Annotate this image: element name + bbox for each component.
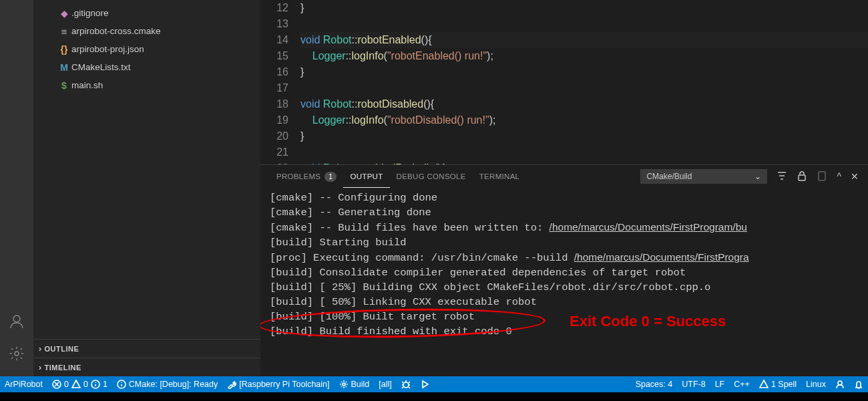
line-number: 21 bbox=[260, 144, 288, 160]
code-line: Logger::logInfo("robotEnabled() run!"); bbox=[300, 48, 868, 64]
settings-gear-icon[interactable] bbox=[9, 346, 25, 362]
file-name: arpirobot-cross.cmake bbox=[71, 26, 161, 36]
bottom-panel: PROBLEMS1 OUTPUT DEBUG CONSOLE TERMINAL … bbox=[260, 164, 868, 376]
file-name: .gitignore bbox=[71, 8, 109, 18]
file-item[interactable]: $main.sh bbox=[33, 76, 260, 94]
line-number: 15 bbox=[260, 48, 288, 64]
sb-feedback[interactable] bbox=[831, 376, 849, 392]
sb-build[interactable]: Build bbox=[335, 376, 375, 392]
file-item[interactable]: MCMakeLists.txt bbox=[33, 58, 260, 76]
gear-icon bbox=[339, 380, 349, 389]
file-name: main.sh bbox=[71, 80, 103, 90]
error-icon bbox=[52, 380, 61, 389]
file-item[interactable]: {}arpirobot-proj.json bbox=[33, 40, 260, 58]
info-icon bbox=[91, 380, 100, 389]
file-name: CMakeLists.txt bbox=[71, 62, 131, 72]
account-icon[interactable] bbox=[9, 313, 25, 329]
line-number: 16 bbox=[260, 64, 288, 80]
close-panel-icon[interactable]: ✕ bbox=[851, 171, 859, 182]
file-name: arpirobot-proj.json bbox=[71, 44, 144, 54]
filter-icon[interactable] bbox=[777, 170, 787, 183]
file-item[interactable]: ≡arpirobot-cross.cmake bbox=[33, 22, 260, 40]
code-line: void Robot::enabledPeriodic(){ bbox=[300, 160, 868, 164]
output-channel-dropdown[interactable]: CMake/Build bbox=[640, 169, 767, 184]
svg-point-7 bbox=[343, 383, 345, 386]
section-header[interactable]: ›TIMELINE bbox=[33, 358, 260, 376]
maximize-panel-icon[interactable]: ^ bbox=[837, 171, 841, 182]
warning-icon bbox=[759, 380, 769, 389]
code-line bbox=[300, 80, 868, 96]
sb-spell[interactable]: 1 Spell bbox=[754, 376, 801, 392]
sb-debug[interactable] bbox=[397, 376, 415, 392]
line-number: 12 bbox=[260, 0, 288, 16]
bug-icon bbox=[401, 380, 411, 389]
svg-point-0 bbox=[13, 315, 20, 322]
sb-diagnostics[interactable]: 0 0 1 bbox=[47, 376, 112, 392]
sb-cmake-status[interactable]: CMake: [Debug]: Ready bbox=[112, 376, 222, 392]
svg-rect-3 bbox=[819, 172, 825, 180]
line-number: 18 bbox=[260, 96, 288, 112]
line-number: 14 bbox=[260, 32, 288, 48]
sb-toolchain[interactable]: [Raspberry Pi Toolchain] bbox=[222, 376, 334, 392]
line-number: 17 bbox=[260, 80, 288, 96]
tab-terminal[interactable]: TERMINAL bbox=[473, 165, 527, 188]
line-number: 13 bbox=[260, 16, 288, 32]
code-line: } bbox=[300, 0, 868, 16]
lock-icon[interactable] bbox=[797, 170, 807, 183]
tab-output[interactable]: OUTPUT bbox=[343, 165, 389, 188]
annotation-text: Exit Code 0 = Success bbox=[570, 314, 726, 329]
file-list: ◆.gitignore≡arpirobot-cross.cmake{}arpir… bbox=[33, 0, 260, 339]
code-line bbox=[300, 144, 868, 160]
code-line: } bbox=[300, 64, 868, 80]
file-item[interactable]: ◆.gitignore bbox=[33, 4, 260, 22]
svg-point-8 bbox=[403, 382, 409, 388]
code-line: void Robot::robotDisabled(){ bbox=[300, 96, 868, 112]
problems-count-badge: 1 bbox=[324, 172, 337, 182]
code-line bbox=[300, 16, 868, 32]
play-icon bbox=[420, 380, 429, 389]
code-editor[interactable]: 1213141516171819202122 }void Robot::robo… bbox=[260, 0, 868, 164]
sb-arpirobot[interactable]: ArPiRobot bbox=[0, 376, 47, 392]
warning-icon bbox=[71, 380, 81, 389]
wrench-icon bbox=[227, 380, 236, 389]
tab-debug-console[interactable]: DEBUG CONSOLE bbox=[390, 165, 473, 188]
sb-eol[interactable]: LF bbox=[710, 376, 730, 392]
section-header[interactable]: ›OUTLINE bbox=[33, 339, 260, 358]
svg-rect-2 bbox=[799, 175, 805, 180]
explorer-sidebar: ◆.gitignore≡arpirobot-cross.cmake{}arpir… bbox=[33, 0, 260, 376]
sb-notifications[interactable] bbox=[849, 376, 868, 392]
line-number: 20 bbox=[260, 128, 288, 144]
code-line: } bbox=[300, 128, 868, 144]
tab-problems[interactable]: PROBLEMS1 bbox=[270, 165, 343, 188]
sb-encoding[interactable]: UTF-8 bbox=[677, 376, 710, 392]
sb-run[interactable] bbox=[415, 376, 434, 392]
code-line: Logger::logInfo("robotDisabled() run!"); bbox=[300, 112, 868, 128]
svg-point-1 bbox=[15, 352, 19, 356]
line-number: 19 bbox=[260, 112, 288, 128]
sb-language[interactable]: C++ bbox=[729, 376, 754, 392]
clipboard-icon[interactable] bbox=[817, 170, 827, 183]
sb-target[interactable]: [all] bbox=[374, 376, 396, 392]
activity-bar bbox=[0, 0, 33, 376]
info-icon bbox=[117, 380, 126, 389]
code-line: void Robot::robotEnabled(){ bbox=[300, 32, 868, 48]
status-bar: ArPiRobot 0 0 1 CMake: [Debug]: Ready [R… bbox=[0, 376, 868, 392]
sb-os[interactable]: Linux bbox=[801, 376, 831, 392]
sb-spaces[interactable]: Spaces: 4 bbox=[631, 376, 678, 392]
person-icon bbox=[835, 380, 845, 389]
bell-icon bbox=[854, 380, 863, 389]
output-text[interactable]: [cmake] -- Configuring done [cmake] -- G… bbox=[260, 188, 868, 376]
svg-point-9 bbox=[838, 381, 842, 385]
